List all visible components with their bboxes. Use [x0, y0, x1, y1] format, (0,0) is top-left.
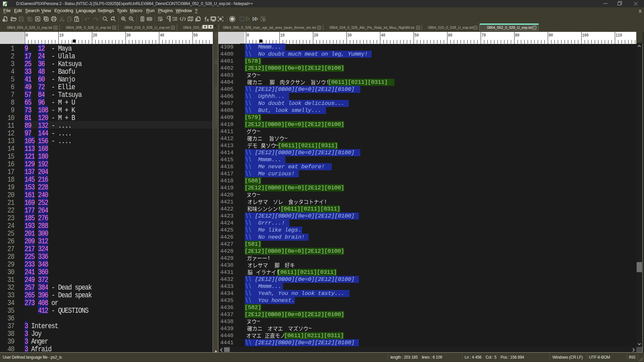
- svg-text:60: 60: [448, 33, 452, 38]
- svg-text:30: 30: [347, 33, 352, 38]
- svg-text:90: 90: [549, 33, 553, 38]
- svg-text:50: 50: [194, 33, 198, 38]
- svg-text:40: 40: [160, 33, 164, 38]
- svg-text:70: 70: [482, 33, 486, 38]
- svg-text:100: 100: [582, 33, 589, 38]
- svg-text:50: 50: [415, 33, 419, 38]
- svg-text:40: 40: [381, 33, 385, 38]
- svg-text:80: 80: [515, 33, 520, 38]
- svg-text:10: 10: [59, 33, 64, 38]
- svg-text:30: 30: [126, 33, 131, 38]
- svg-text:110: 110: [616, 33, 622, 38]
- svg-text:20: 20: [314, 33, 318, 38]
- svg-text:10: 10: [280, 33, 285, 38]
- svg-text:0: 0: [26, 33, 28, 38]
- svg-text:0: 0: [247, 33, 249, 38]
- svg-text:20: 20: [93, 33, 97, 38]
